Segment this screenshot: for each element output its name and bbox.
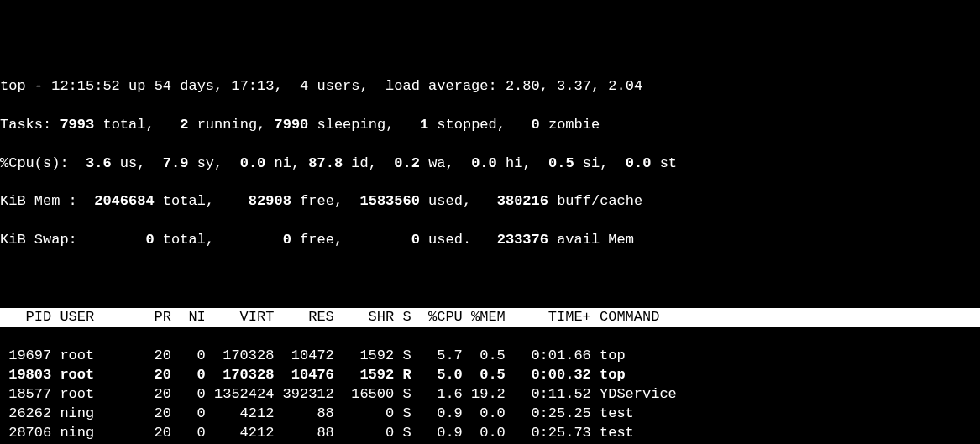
col-pid: PID [0, 308, 51, 327]
uptime-line: top - 12:15:52 up 54 days, 17:13, 4 user… [0, 77, 980, 97]
col-cpu: %CPU [420, 308, 463, 327]
t: free, [291, 232, 411, 248]
t: id, [343, 155, 394, 171]
blank-line [0, 269, 980, 289]
cell-ni: 0 [171, 405, 206, 424]
col-s: S [394, 308, 420, 327]
cell-cmd: test [591, 424, 634, 443]
cell-cmd: test [591, 405, 634, 424]
t: ni, [265, 155, 308, 171]
mem-used: 1583560 [360, 193, 420, 209]
cell-time: 0:01.66 [506, 347, 591, 366]
cell-user: ning [51, 424, 137, 443]
t: wa, [420, 155, 471, 171]
cell-pid: 28706 [0, 424, 51, 443]
cell-virt: 4212 [206, 424, 275, 443]
swap-line: KiB Swap: 0 total, 0 free, 0 used. 23337… [0, 231, 980, 250]
cell-ni: 0 [171, 385, 206, 405]
cell-time: 0:11.52 [506, 385, 591, 405]
cpu-us: 3.6 [86, 155, 112, 171]
swap-used: 0 [411, 232, 420, 248]
cell-pr: 20 [137, 385, 171, 405]
cell-res: 10472 [274, 347, 333, 366]
tasks-total: 7993 [60, 117, 94, 133]
swap-avail: 233376 [497, 232, 548, 248]
cell-cpu: 1.6 [420, 385, 463, 405]
cpu-label: %Cpu(s): [0, 155, 86, 171]
cell-user: root [51, 366, 137, 385]
cell-res: 10476 [274, 366, 333, 385]
cell-pr: 20 [137, 424, 171, 443]
t: avail Mem [548, 232, 634, 248]
col-time: TIME+ [506, 308, 591, 327]
cell-ni: 0 [171, 424, 206, 443]
cell-virt: 170328 [206, 347, 275, 366]
t: sy, [188, 155, 239, 171]
cell-pr: 20 [137, 347, 171, 366]
swap-free: 0 [283, 232, 291, 248]
col-mem: %MEM [463, 308, 506, 327]
col-ni: NI [171, 308, 206, 327]
cell-res: 88 [274, 405, 333, 424]
cell-cmd: top [591, 347, 626, 366]
table-row: 28706ning2004212880S0.90.00:25.73test [0, 424, 980, 443]
cell-shr: 1592 [334, 347, 394, 366]
t: buff/cache [548, 193, 642, 209]
cell-pr: 20 [137, 405, 171, 424]
tasks-running: 2 [180, 117, 188, 133]
cell-user: root [51, 385, 137, 405]
tasks-sleeping: 7990 [275, 117, 309, 133]
mem-label: KiB Mem : [0, 193, 94, 209]
cell-pid: 19803 [0, 366, 51, 385]
cell-s: S [394, 347, 420, 366]
cell-s: S [394, 385, 420, 405]
mem-total: 2046684 [94, 193, 154, 209]
cell-ni: 0 [171, 366, 206, 385]
cpu-ni: 0.0 [240, 155, 266, 171]
swap-total: 0 [145, 232, 154, 248]
cell-cpu: 5.0 [420, 366, 463, 385]
tasks-zombie: 0 [532, 117, 540, 133]
cell-virt: 4212 [206, 405, 275, 424]
tasks-stopped: 1 [420, 117, 428, 133]
t: total, [155, 232, 283, 248]
t: free, [291, 193, 360, 209]
cell-pr: 20 [137, 366, 171, 385]
tasks-line: Tasks: 7993 total, 2 running, 7990 sleep… [0, 116, 980, 135]
cell-res: 392312 [274, 385, 333, 405]
cell-s: S [394, 405, 420, 424]
col-cmd: COMMAND [591, 308, 660, 327]
cell-s: S [394, 424, 420, 443]
cell-time: 0:25.73 [506, 424, 591, 443]
mem-buff: 380216 [497, 193, 548, 209]
mem-line: KiB Mem : 2046684 total, 82908 free, 158… [0, 192, 980, 212]
cpu-line: %Cpu(s): 3.6 us, 7.9 sy, 0.0 ni, 87.8 id… [0, 154, 980, 174]
t: used, [420, 193, 497, 209]
cell-shr: 0 [334, 424, 394, 443]
col-shr: SHR [334, 308, 394, 327]
table-row: 26262ning2004212880S0.90.00:25.25test [0, 405, 980, 424]
cell-pid: 19697 [0, 347, 51, 366]
cell-shr: 0 [334, 405, 394, 424]
cell-mem: 0.0 [463, 405, 506, 424]
t: us, [112, 155, 163, 171]
cell-time: 0:25.25 [506, 405, 591, 424]
tasks-label: Tasks: [0, 117, 60, 133]
cell-mem: 0.0 [463, 424, 506, 443]
cpu-si: 0.5 [548, 155, 574, 171]
cell-res: 88 [274, 424, 333, 443]
cpu-st: 0.0 [626, 155, 652, 171]
cell-cpu: 5.7 [420, 347, 463, 366]
cell-virt: 170328 [206, 366, 275, 385]
cell-cmd: YDService [591, 385, 677, 405]
cell-virt: 1352424 [206, 385, 275, 405]
t: st [651, 155, 677, 171]
cpu-id: 87.8 [308, 155, 343, 171]
table-row: 19803root200170328104761592R5.00.50:00.3… [0, 366, 980, 385]
cell-shr: 16500 [334, 385, 394, 405]
cell-ni: 0 [171, 347, 206, 366]
swap-label: KiB Swap: [0, 232, 145, 248]
col-pr: PR [137, 308, 171, 327]
cell-cpu: 0.9 [420, 424, 463, 443]
t: total, [155, 193, 249, 209]
